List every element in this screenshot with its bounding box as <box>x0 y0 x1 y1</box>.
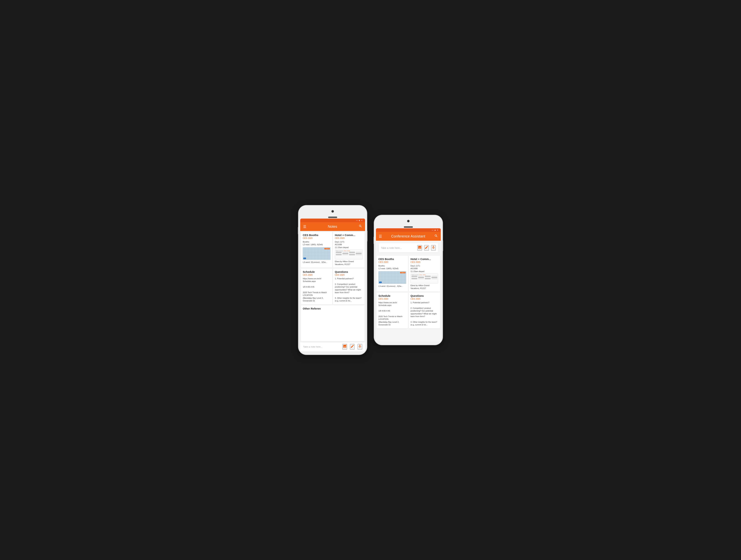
app-title-2: Conference Assistant <box>391 234 425 238</box>
note-title-ces-booths-2: CES Booths <box>379 258 406 261</box>
note-title-ces-booths: CES Booths <box>303 233 331 236</box>
note-card-ces-booths-2[interactable]: CES Booths CES 2020 Booths:L2-east: 1(MS… <box>377 256 408 292</box>
app-title-1: Notes <box>328 224 337 229</box>
app-bar-1: ☰ Notes <box>300 222 365 231</box>
phone-2: ▪▪ ◉ ▼ ☰ Conference Assistant Take a not… <box>374 215 443 345</box>
note-tag-hotel: CES 2020 <box>335 237 362 239</box>
note-image-ces-booths-2: C Space CES <box>379 271 406 284</box>
note-tag-ces-booths: CES 2020 <box>303 237 331 239</box>
note-tag-ces-booths-2: CES 2020 <box>379 261 406 264</box>
app-bar-actions-2 <box>434 234 438 238</box>
bottom-placeholder-1[interactable]: Take a note here... <box>303 345 342 348</box>
note-tag-schedule: CES 2020 <box>303 274 331 276</box>
search-button-2[interactable] <box>434 234 438 238</box>
svg-text:+: + <box>346 344 346 345</box>
note-card-questions-2[interactable]: Questions CES 2020 1. Potential partners… <box>409 292 440 329</box>
flight-image-hotel: Flight summary Show Terms <box>335 250 362 260</box>
note-card-other[interactable]: Other Referen <box>301 305 364 341</box>
status-bar-1: ▪▪ ◉ ▼ <box>300 219 365 222</box>
note-card-questions[interactable]: Questions CES 2020 1. Potential partners… <box>333 269 364 304</box>
earpiece-2 <box>404 226 413 228</box>
content-area-1: CES Booths CES 2020 Booths:L2-east: 1(MS… <box>300 231 365 342</box>
note-tag-schedule-2: CES 2020 <box>379 298 406 300</box>
front-camera-2 <box>407 220 410 222</box>
search-actions-2 <box>417 245 436 251</box>
app-bar-2: ☰ Conference Assistant <box>376 232 441 241</box>
notes-grid-1: CES Booths CES 2020 Booths:L2-east: 1(MS… <box>300 231 365 305</box>
note-card-schedule[interactable]: Schedule CES 2020 https://www.ces.tech/S… <box>301 269 332 304</box>
note-body-extra-hotel-2: Elara by Hilton Grand Vacations, R1227 <box>410 284 438 290</box>
phone-1-screen: ▪▪ ◉ ▼ ☰ Notes CES Booths CES 2020 Booth… <box>300 219 365 351</box>
note-body-questions: 1. Potential partners?2. Competitors' pr… <box>335 277 362 302</box>
note-tag-questions: CES 2020 <box>335 274 362 276</box>
note-title-other: Other Referen <box>303 307 362 310</box>
menu-button-2[interactable]: ☰ <box>379 234 382 238</box>
note-title-questions-2: Questions <box>410 294 438 297</box>
note-tag-hotel-2: CES 2020 <box>410 261 438 264</box>
flight-image-hotel-2: Flight summary Show Terms <box>410 274 438 283</box>
note-tag-questions-2: CES 2020 <box>410 298 438 300</box>
note-title-schedule: Schedule <box>303 270 331 273</box>
earpiece <box>328 217 337 218</box>
note-body-ces-booths: Booths:L2-east: 1(MS), 6(Dell) <box>303 240 331 246</box>
content-area-2: CES Booths CES 2020 Booths:L2-east: 1(MS… <box>376 255 441 342</box>
note-title-questions: Questions <box>335 270 362 273</box>
note-card-hotel-2[interactable]: Hotel + Comm... CES 2020 Day1 (1/7):AS16… <box>409 256 440 292</box>
status-icons-2: ▪▪ ◉ ▼ <box>432 229 439 231</box>
note-body-extra-hotel: Elara by Hilton Grand Vacations, R1227 <box>335 260 362 266</box>
status-icons: ▪▪ ◉ ▼ <box>356 220 363 221</box>
phone-2-screen: ▪▪ ◉ ▼ ☰ Conference Assistant Take a not… <box>376 228 441 342</box>
note-card-hotel[interactable]: Hotel + Comm... CES 2020 Day1 (1/7):AS16… <box>333 232 364 268</box>
note-card-ces-booths[interactable]: CES Booths CES 2020 Booths:L2-east: 1(MS… <box>301 232 332 268</box>
note-body-ces-booths-2: Booths:L2-east: 1(MS), 6(Dell) <box>379 265 406 270</box>
note-body-hotel: Day1 (1/7):AS168811:15am depart <box>335 240 362 249</box>
search-button-1[interactable] <box>358 224 362 229</box>
phone-1: ▪▪ ◉ ▼ ☰ Notes CES Booths CES 2020 Booth… <box>298 205 367 355</box>
search-bar-container: Take a note here... <box>376 241 441 255</box>
image-add-button-1[interactable]: + <box>342 344 347 350</box>
front-camera <box>331 210 334 213</box>
note-body-schedule: https://www.ces.tech/Schedule.aspx1/8 4:… <box>303 277 331 302</box>
search-bar-2[interactable]: Take a note here... <box>379 243 438 253</box>
image-add-button-2[interactable] <box>417 245 422 251</box>
edit-button-2[interactable] <box>424 245 429 251</box>
note-title-hotel-2: Hotel + Comm... <box>410 258 438 261</box>
note-title-schedule-2: Schedule <box>379 294 406 297</box>
status-bar-2: ▪▪ ◉ ▼ <box>376 228 441 232</box>
bottom-bar-1: Take a note here... + <box>300 342 365 351</box>
note-body-extra-ces-booths-2: L3-west: 2(Lenovo) , 3(Sa... <box>379 285 406 288</box>
note-card-schedule-2[interactable]: Schedule CES 2020 https://www.ces.tech/S… <box>377 292 408 329</box>
note-title-hotel: Hotel + Comm... <box>335 233 362 236</box>
note-body-schedule-2: https://www.ces.tech/Schedule.aspx1/8 4:… <box>379 301 406 326</box>
note-body-extra-ces-booths: L3-west: 2(Lenovo) , 3(Sa... <box>303 261 331 264</box>
search-placeholder-2: Take a note here... <box>381 247 402 250</box>
note-image-ces-booths: C Space CES <box>303 247 331 260</box>
note-body-questions-2: 1. Potential partners?2. Competitors' pr… <box>410 301 438 326</box>
edit-button-1[interactable] <box>350 344 355 350</box>
mic-button-1[interactable] <box>357 344 362 350</box>
app-bar-actions-1 <box>358 224 362 229</box>
bottom-icons-1: + <box>342 344 362 350</box>
mic-button-2[interactable] <box>431 245 436 251</box>
menu-button-1[interactable]: ☰ <box>303 224 306 229</box>
note-body-hotel-2: Day1 (1/7):AS168811:15am depart <box>410 265 438 273</box>
notes-grid-2: CES Booths CES 2020 Booths:L2-east: 1(MS… <box>376 255 441 329</box>
partial-card-area: Other Referen <box>300 305 365 342</box>
